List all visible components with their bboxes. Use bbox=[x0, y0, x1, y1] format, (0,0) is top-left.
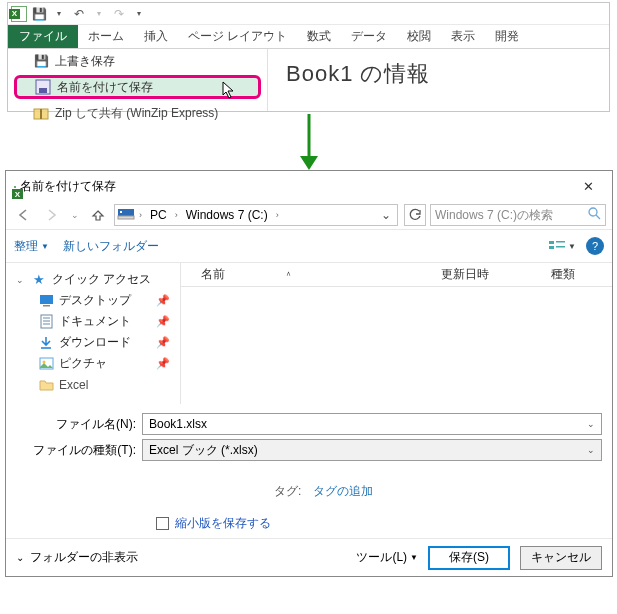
tree-label: ドキュメント bbox=[59, 313, 131, 330]
thumbnail-label: 縮小版を保存する bbox=[175, 515, 271, 532]
column-headers: 名前 ＾ 更新日時 種類 bbox=[181, 263, 612, 287]
save-icon[interactable]: 💾 bbox=[30, 5, 48, 23]
col-modified[interactable]: 更新日時 bbox=[441, 266, 551, 283]
menu-label: 上書き保存 bbox=[55, 53, 115, 70]
file-list-area: 名前 ＾ 更新日時 種類 bbox=[181, 263, 612, 404]
filetype-label: ファイルの種類(T): bbox=[16, 442, 136, 459]
filetype-field[interactable]: Excel ブック (*.xlsx) ⌄ bbox=[142, 439, 602, 461]
recent-dropdown[interactable]: ⌄ bbox=[68, 204, 82, 226]
pin-icon[interactable]: 📌 bbox=[156, 336, 170, 349]
dialog-footer: ⌄ フォルダーの非表示 ツール(L) ▼ 保存(S) キャンセル bbox=[6, 538, 612, 576]
menu-save-as[interactable]: 名前を付けて保存 bbox=[14, 75, 261, 99]
filetype-value: Excel ブック (*.xlsx) bbox=[149, 442, 258, 459]
tree-label: クイック アクセス bbox=[52, 271, 151, 288]
organize-label: 整理 bbox=[14, 238, 38, 255]
pin-icon[interactable]: 📌 bbox=[156, 357, 170, 370]
svg-rect-11 bbox=[549, 241, 554, 244]
navigation-tree: ⌄ ★ クイック アクセス デスクトップ 📌 ドキュメント 📌 ダウンロード bbox=[6, 263, 181, 404]
drive-icon bbox=[117, 206, 135, 225]
filename-row: ファイル名(N): Book1.xlsx ⌄ bbox=[16, 411, 602, 437]
refresh-button[interactable] bbox=[404, 204, 426, 226]
tree-downloads[interactable]: ダウンロード 📌 bbox=[34, 332, 176, 353]
tab-developer[interactable]: 開発 bbox=[485, 25, 529, 48]
tag-add-link[interactable]: タグの追加 bbox=[313, 483, 373, 500]
col-name[interactable]: 名前 ＾ bbox=[201, 266, 441, 283]
qat-customize-icon[interactable]: ▾ bbox=[130, 5, 148, 23]
tab-file[interactable]: ファイル bbox=[8, 25, 78, 48]
tools-dropdown[interactable]: ツール(L) ▼ bbox=[356, 549, 418, 566]
svg-rect-7 bbox=[120, 211, 122, 213]
tree-documents[interactable]: ドキュメント 📌 bbox=[34, 311, 176, 332]
thumbnail-checkbox[interactable] bbox=[156, 517, 169, 530]
tags-row: タグ: タグの追加 bbox=[6, 473, 612, 508]
view-mode-button[interactable]: ▼ bbox=[548, 239, 576, 253]
chevron-right-icon[interactable]: › bbox=[276, 210, 279, 220]
dialog-toolbar: 整理 ▼ 新しいフォルダー ▼ ? bbox=[6, 229, 612, 263]
tab-data[interactable]: データ bbox=[341, 25, 397, 48]
new-folder-button[interactable]: 新しいフォルダー bbox=[63, 238, 159, 255]
tab-pagelayout[interactable]: ページ レイアウト bbox=[178, 25, 297, 48]
chevron-down-icon[interactable]: ⌄ bbox=[587, 445, 595, 455]
close-button[interactable]: ✕ bbox=[566, 172, 610, 200]
crumb-pc[interactable]: PC bbox=[146, 208, 171, 222]
save-as-dialog: X 名前を付けて保存 ✕ ⌄ › PC › Windows 7 (C:) › ⌄ bbox=[5, 170, 613, 577]
address-dropdown-icon[interactable]: ⌄ bbox=[377, 208, 395, 222]
organize-button[interactable]: 整理 ▼ bbox=[14, 238, 49, 255]
save-icon: 💾 bbox=[33, 53, 49, 69]
qat-dropdown-icon[interactable]: ▾ bbox=[50, 5, 68, 23]
menu-overwrite-save[interactable]: 💾 上書き保存 bbox=[8, 49, 267, 73]
tree-pictures[interactable]: ピクチャ 📌 bbox=[34, 353, 176, 374]
svg-rect-8 bbox=[118, 216, 134, 219]
search-placeholder: Windows 7 (C:)の検索 bbox=[435, 207, 553, 224]
tab-insert[interactable]: 挿入 bbox=[134, 25, 178, 48]
tab-home[interactable]: ホーム bbox=[78, 25, 134, 48]
svg-rect-13 bbox=[556, 241, 565, 243]
tree-quick-access[interactable]: ⌄ ★ クイック アクセス bbox=[12, 269, 176, 290]
search-input[interactable]: Windows 7 (C:)の検索 bbox=[430, 204, 606, 226]
up-button[interactable] bbox=[86, 204, 110, 226]
tree-label: Excel bbox=[59, 378, 88, 392]
undo-icon[interactable]: ↶ bbox=[70, 5, 88, 23]
sort-asc-icon: ＾ bbox=[284, 270, 293, 280]
star-icon: ★ bbox=[31, 272, 47, 288]
backstage-info: Book1 の情報 bbox=[268, 49, 609, 111]
chevron-right-icon[interactable]: › bbox=[175, 210, 178, 220]
chevron-right-icon[interactable]: › bbox=[139, 210, 142, 220]
pin-icon[interactable]: 📌 bbox=[156, 294, 170, 307]
chevron-down-icon[interactable]: ⌄ bbox=[16, 275, 26, 285]
redo-icon[interactable]: ↷ bbox=[110, 5, 128, 23]
undo-dropdown-icon[interactable]: ▾ bbox=[90, 5, 108, 23]
address-row: ⌄ › PC › Windows 7 (C:) › ⌄ Windows 7 (C… bbox=[6, 201, 612, 229]
address-bar[interactable]: › PC › Windows 7 (C:) › ⌄ bbox=[114, 204, 398, 226]
tree-desktop[interactable]: デスクトップ 📌 bbox=[34, 290, 176, 311]
tools-label: ツール(L) bbox=[356, 549, 407, 566]
tree-excel-folder[interactable]: Excel bbox=[34, 374, 176, 395]
tag-label: タグ: bbox=[274, 483, 301, 500]
col-type[interactable]: 種類 bbox=[551, 266, 575, 283]
save-button[interactable]: 保存(S) bbox=[428, 546, 510, 570]
tab-view[interactable]: 表示 bbox=[441, 25, 485, 48]
tab-review[interactable]: 校閲 bbox=[397, 25, 441, 48]
dialog-body: ⌄ ★ クイック アクセス デスクトップ 📌 ドキュメント 📌 ダウンロード bbox=[6, 263, 612, 405]
filename-label: ファイル名(N): bbox=[16, 416, 136, 433]
bottom-form: ファイル名(N): Book1.xlsx ⌄ ファイルの種類(T): Excel… bbox=[6, 405, 612, 473]
chevron-down-icon[interactable]: ⌄ bbox=[16, 552, 24, 563]
chevron-down-icon: ▼ bbox=[41, 242, 49, 251]
col-label: 名前 bbox=[201, 267, 225, 281]
svg-line-10 bbox=[596, 215, 600, 219]
chevron-down-icon: ▼ bbox=[568, 242, 576, 251]
help-button[interactable]: ? bbox=[586, 237, 604, 255]
tab-formulas[interactable]: 数式 bbox=[297, 25, 341, 48]
back-button[interactable] bbox=[12, 204, 36, 226]
pin-icon[interactable]: 📌 bbox=[156, 315, 170, 328]
cancel-button[interactable]: キャンセル bbox=[520, 546, 602, 570]
chevron-down-icon[interactable]: ⌄ bbox=[587, 419, 595, 429]
crumb-drive[interactable]: Windows 7 (C:) bbox=[182, 208, 272, 222]
dialog-title: 名前を付けて保存 bbox=[20, 178, 116, 195]
svg-rect-16 bbox=[43, 305, 50, 307]
desktop-icon bbox=[38, 293, 54, 309]
hide-folders-link[interactable]: フォルダーの非表示 bbox=[30, 549, 138, 566]
filename-field[interactable]: Book1.xlsx ⌄ bbox=[142, 413, 602, 435]
arrow-down-icon bbox=[2, 114, 615, 170]
info-title: Book1 の情報 bbox=[286, 59, 595, 89]
